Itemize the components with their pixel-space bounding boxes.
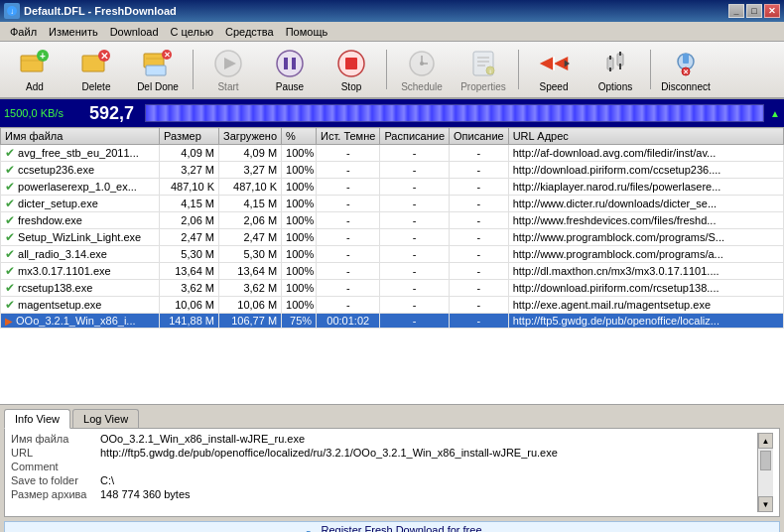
cell-source: - — [317, 145, 380, 162]
scroll-thumb[interactable] — [760, 451, 771, 470]
delete-button[interactable]: ✕ Delete — [67, 45, 125, 94]
cell-source: - — [317, 196, 380, 212]
table-row[interactable]: ✔ rcsetup138.exe 3,62 M 3,62 M 100% - - … — [1, 280, 784, 297]
col-url[interactable]: URL Адрес — [508, 128, 783, 145]
cell-schedule: - — [380, 297, 450, 314]
table-row[interactable]: ✔ avg_free_stb_eu_2011... 4,09 M 4,09 M … — [1, 145, 784, 162]
progress-expand-button[interactable]: ▲ — [770, 108, 780, 119]
title-bar: ↓ Default.DFL - FreshDownload _ □ ✕ — [0, 0, 784, 22]
col-size[interactable]: Размер — [160, 128, 219, 145]
register-banner[interactable]: ⬇ Register Fresh Download for free CLICK… — [4, 521, 780, 532]
table-row[interactable]: ✔ ccsetup236.exe 3,27 M 3,27 M 100% - - … — [1, 162, 784, 179]
maximize-button[interactable]: □ — [746, 4, 762, 18]
cell-desc: - — [450, 280, 509, 297]
menu-file[interactable]: Файл — [4, 24, 43, 40]
svg-rect-18 — [292, 58, 296, 69]
stop-icon — [335, 48, 367, 79]
cell-schedule: - — [380, 212, 450, 229]
table-row[interactable]: ✔ dicter_setup.exe 4,15 M 4,15 M 100% - … — [1, 196, 784, 212]
progress-bar-container: 1500,0 KB/s 592,7 ▲ — [0, 99, 784, 127]
info-label: Размер архива — [11, 488, 100, 500]
svg-rect-36 — [609, 56, 611, 60]
start-label: Start — [217, 81, 238, 92]
info-value: 148 774 360 bytes — [100, 488, 757, 500]
cell-desc: - — [450, 162, 509, 179]
check-icon: ✔ — [5, 146, 15, 160]
menu-edit[interactable]: Изменить — [43, 24, 104, 40]
cell-size: 4,15 M — [160, 196, 219, 212]
sep4 — [650, 50, 651, 89]
info-scrollbar: ▲ ▼ — [757, 433, 773, 512]
cell-size: 141,88 M — [160, 314, 219, 329]
svg-rect-20 — [345, 58, 357, 69]
col-source[interactable]: Ист. Темне — [317, 128, 380, 145]
menu-purpose[interactable]: С целью — [165, 24, 219, 40]
check-icon: ✔ — [5, 298, 15, 312]
cell-desc: - — [450, 229, 509, 246]
progress-bar-track — [145, 104, 764, 122]
scroll-up-button[interactable]: ▲ — [758, 433, 773, 449]
svg-point-24 — [420, 62, 424, 66]
del-done-button[interactable]: ✕ Del Done — [129, 45, 187, 94]
cell-percent: 100% — [282, 196, 317, 212]
cell-url: http://ftp5.gwdg.de/pub/openoffice/local… — [508, 314, 783, 329]
table-row[interactable]: ✔ magentsetup.exe 10,06 M 10,06 M 100% -… — [1, 297, 784, 314]
col-schedule[interactable]: Расписание — [380, 128, 450, 145]
minimize-button[interactable]: _ — [728, 4, 744, 18]
register-icon: ⬇ — [302, 528, 315, 533]
info-label: URL — [11, 447, 100, 459]
properties-button[interactable]: i Properties — [455, 45, 512, 94]
schedule-button[interactable]: Schedule — [393, 45, 451, 94]
info-row: Имя файла OOo_3.2.1_Win_x86_install-wJRE… — [11, 433, 757, 445]
close-button[interactable]: ✕ — [764, 4, 780, 18]
info-row: Save to folder C:\ — [11, 474, 757, 486]
disconnect-button[interactable]: ✕ Disconnect — [657, 45, 715, 94]
menu-download[interactable]: Download — [104, 24, 165, 40]
cell-url: http://www.dicter.ru/downloads/dicter_se… — [508, 196, 783, 212]
cell-desc: - — [450, 246, 509, 263]
delete-label: Delete — [82, 81, 111, 92]
add-icon: + — [19, 48, 51, 79]
table-row[interactable]: ✔ Setup_WizLink_Light.exe 2,47 M 2,47 M … — [1, 229, 784, 246]
cell-desc: - — [450, 212, 509, 229]
bottom-panel: Info View Log View Имя файла OOo_3.2.1_W… — [0, 405, 784, 532]
table-row[interactable]: ✔ all_radio_3.14.exe 5,30 M 5,30 M 100% … — [1, 246, 784, 263]
col-desc[interactable]: Описание — [450, 128, 509, 145]
cell-percent: 100% — [282, 179, 317, 196]
add-button[interactable]: + Add — [6, 45, 64, 94]
table-row[interactable]: ▶ OOo_3.2.1_Win_x86_i... 141,88 M 106,77… — [1, 314, 784, 329]
col-downloaded[interactable]: Загружено — [219, 128, 282, 145]
progress-bar-fill — [146, 105, 763, 121]
cell-schedule: - — [380, 196, 450, 212]
svg-rect-39 — [619, 52, 621, 56]
scroll-down-button[interactable]: ▼ — [758, 496, 773, 512]
info-value: OOo_3.2.1_Win_x86_install-wJRE_ru.exe — [100, 433, 757, 445]
cell-filename: ✔ powerlaserexp_1.0_ex... — [1, 179, 160, 196]
tab-info-view[interactable]: Info View — [4, 409, 70, 429]
menu-tools[interactable]: Средства — [219, 24, 280, 40]
pause-button[interactable]: Pause — [261, 45, 319, 94]
cell-source: - — [317, 162, 380, 179]
menu-help[interactable]: Помощь — [280, 24, 334, 40]
cell-schedule: - — [380, 179, 450, 196]
cell-desc: - — [450, 196, 509, 212]
tab-log-view[interactable]: Log View — [72, 409, 139, 428]
stop-button[interactable]: Stop — [323, 45, 380, 94]
col-percent[interactable]: % — [282, 128, 317, 145]
cell-filename: ✔ freshdow.exe — [1, 212, 160, 229]
speed-label: Speed — [540, 81, 569, 92]
table-row[interactable]: ✔ powerlaserexp_1.0_ex... 487,10 K 487,1… — [1, 179, 784, 196]
cell-downloaded: 106,77 M — [219, 314, 282, 329]
check-icon: ✔ — [5, 247, 15, 261]
info-value — [100, 461, 757, 472]
table-row[interactable]: ✔ mx3.0.17.1101.exe 13,64 M 13,64 M 100%… — [1, 263, 784, 280]
speed-button[interactable]: Speed — [525, 45, 583, 94]
col-filename[interactable]: Имя файла — [1, 128, 160, 145]
check-icon: ✔ — [5, 213, 15, 227]
info-label: Save to folder — [11, 474, 100, 486]
options-button[interactable]: Options — [587, 45, 644, 94]
cell-downloaded: 4,15 M — [219, 196, 282, 212]
table-row[interactable]: ✔ freshdow.exe 2,06 M 2,06 M 100% - - - … — [1, 212, 784, 229]
disconnect-label: Disconnect — [661, 81, 710, 92]
start-button[interactable]: Start — [199, 45, 257, 94]
